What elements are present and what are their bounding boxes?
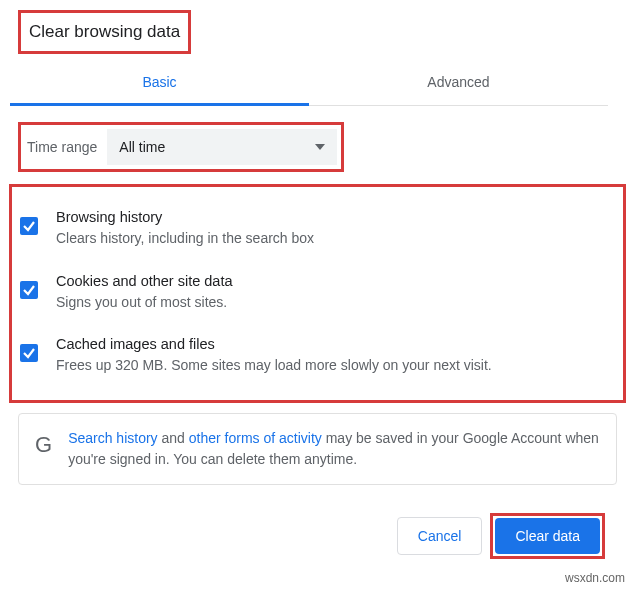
- link-other-activity[interactable]: other forms of activity: [189, 430, 322, 446]
- info-text: Search history and other forms of activi…: [68, 428, 600, 470]
- time-range-select[interactable]: All time: [107, 129, 337, 165]
- checkbox-cached[interactable]: [20, 344, 38, 362]
- option-title: Cookies and other site data: [56, 273, 615, 289]
- tab-bar: Basic Advanced: [10, 60, 608, 106]
- option-cookies: Cookies and other site data Signs you ou…: [20, 261, 615, 325]
- clear-button-highlight: Clear data: [490, 513, 605, 559]
- link-search-history[interactable]: Search history: [68, 430, 157, 446]
- time-range-value: All time: [119, 139, 165, 155]
- option-cached: Cached images and files Frees up 320 MB.…: [20, 324, 615, 388]
- time-range-row: Time range All time: [18, 122, 344, 172]
- tab-basic[interactable]: Basic: [10, 60, 309, 106]
- dialog-actions: Cancel Clear data: [397, 513, 605, 559]
- dialog-title: Clear browsing data: [18, 10, 191, 54]
- options-group: Browsing history Clears history, includi…: [9, 184, 626, 403]
- checkbox-cookies[interactable]: [20, 281, 38, 299]
- chevron-down-icon: [315, 144, 325, 150]
- option-desc: Frees up 320 MB. Some sites may load mor…: [56, 356, 615, 376]
- time-range-label: Time range: [25, 139, 97, 155]
- cancel-button[interactable]: Cancel: [397, 517, 483, 555]
- option-desc: Clears history, including in the search …: [56, 229, 615, 249]
- option-desc: Signs you out of most sites.: [56, 293, 615, 313]
- info-box: G Search history and other forms of acti…: [18, 413, 617, 485]
- tab-advanced[interactable]: Advanced: [309, 60, 608, 105]
- option-browsing-history: Browsing history Clears history, includi…: [20, 197, 615, 261]
- option-title: Cached images and files: [56, 336, 615, 352]
- info-text-mid: and: [158, 430, 189, 446]
- checkbox-browsing-history[interactable]: [20, 217, 38, 235]
- watermark: wsxdn.com: [565, 571, 625, 585]
- clear-data-button[interactable]: Clear data: [495, 518, 600, 554]
- option-title: Browsing history: [56, 209, 615, 225]
- google-logo-icon: G: [35, 428, 52, 456]
